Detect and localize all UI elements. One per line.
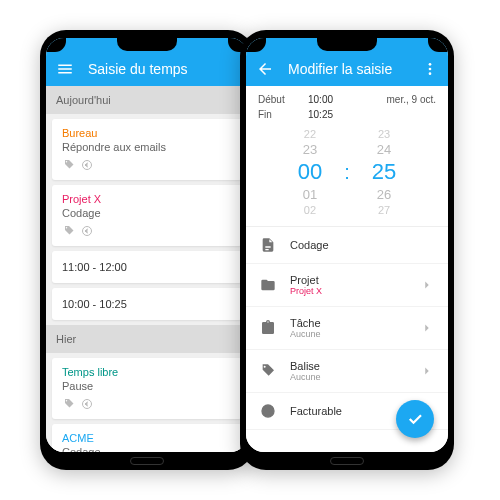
colon: : [344,161,350,184]
folder-icon [260,277,276,293]
wheel-item: 02 [304,204,316,216]
more-icon[interactable] [422,61,438,77]
start-date: mer., 9 oct. [387,94,436,105]
entry-card[interactable]: ACME Codage [52,424,242,452]
euro-icon [80,224,94,238]
content-right: Début 10:00 mer., 9 oct. Fin 10:25 22 23… [246,86,448,452]
row-task[interactable]: Tâche Aucune [246,307,448,350]
tag-icon [62,397,76,411]
wheel-selected-hour: 00 [298,159,322,185]
start-row[interactable]: Début 10:00 mer., 9 oct. [246,92,448,107]
clipboard-icon [260,320,276,336]
project-label: ACME [62,432,232,444]
card-icons [62,224,232,238]
chevron-right-icon [420,321,434,335]
card-icons [62,397,232,411]
entry-card[interactable]: Bureau Répondre aux emails [52,119,242,180]
screen-right: Modifier la saisie Début 10:00 mer., 9 o… [246,38,448,452]
row-project[interactable]: Projet Projet X [246,264,448,307]
tag-icon [260,363,276,379]
row-subtitle: Aucune [290,372,406,382]
wheel-item: 23 [303,142,317,157]
note-icon [260,237,276,253]
home-button [130,457,164,465]
wheel-item: 24 [377,142,391,157]
appbar-title-left: Saisie du temps [88,61,238,77]
row-subtitle: Aucune [290,329,406,339]
row-title: Balise [290,360,406,372]
end-value: 10:25 [308,109,436,120]
phone-left: Saisie du temps Aujourd'hui Bureau Répon… [40,30,254,470]
section-today: Aujourd'hui [46,86,248,114]
svg-point-4 [429,68,432,71]
row-title: Projet [290,274,406,286]
project-label: Bureau [62,127,232,139]
chevron-right-icon [420,278,434,292]
menu-icon[interactable] [56,60,74,78]
back-icon[interactable] [256,60,274,78]
time-picker[interactable]: 22 23 00 01 02 : 23 24 25 26 27 [246,122,448,227]
wheel-item: 23 [378,128,390,140]
notch [117,38,177,51]
wheel-item: 26 [377,187,391,202]
home-button [330,457,364,465]
project-label: Temps libre [62,366,232,378]
row-subtitle: Projet X [290,286,406,296]
appbar-title-right: Modifier la saisie [288,61,408,77]
content-left: Aujourd'hui Bureau Répondre aux emails P… [46,86,248,452]
row-description[interactable]: Codage [246,227,448,264]
task-label: Codage [62,446,232,452]
chevron-right-icon [420,364,434,378]
time-label: 11:00 - 12:00 [62,259,232,275]
row-tag[interactable]: Balise Aucune [246,350,448,393]
euro-icon [80,158,94,172]
time-chip[interactable]: 10:00 - 10:25 [52,288,242,320]
project-label: Projet X [62,193,232,205]
screen-left: Saisie du temps Aujourd'hui Bureau Répon… [46,38,248,452]
entry-card[interactable]: Projet X Codage [52,185,242,246]
dollar-icon [260,403,276,419]
minute-wheel[interactable]: 23 24 25 26 27 [372,128,396,216]
confirm-fab[interactable] [396,400,434,438]
section-yesterday: Hier [46,325,248,353]
hour-wheel[interactable]: 22 23 00 01 02 [298,128,322,216]
row-title: Codage [290,239,434,251]
row-title: Tâche [290,317,406,329]
wheel-item: 27 [378,204,390,216]
start-value: 10:00 [308,94,387,105]
end-label: Fin [258,109,308,120]
time-summary: Début 10:00 mer., 9 oct. Fin 10:25 [246,86,448,122]
time-label: 10:00 - 10:25 [62,296,232,312]
check-icon [406,410,424,428]
end-row[interactable]: Fin 10:25 [246,107,448,122]
entry-card[interactable]: Temps libre Pause [52,358,242,419]
wheel-selected-minute: 25 [372,159,396,185]
notch [317,38,377,51]
start-label: Début [258,94,308,105]
time-chip[interactable]: 11:00 - 12:00 [52,251,242,283]
wheel-item: 01 [303,187,317,202]
svg-point-3 [429,63,432,66]
task-label: Répondre aux emails [62,141,232,153]
wheel-item: 22 [304,128,316,140]
tag-icon [62,224,76,238]
task-label: Codage [62,207,232,219]
card-icons [62,158,232,172]
task-label: Pause [62,380,232,392]
svg-point-5 [429,72,432,75]
phone-right: Modifier la saisie Début 10:00 mer., 9 o… [240,30,454,470]
euro-icon [80,397,94,411]
tag-icon [62,158,76,172]
